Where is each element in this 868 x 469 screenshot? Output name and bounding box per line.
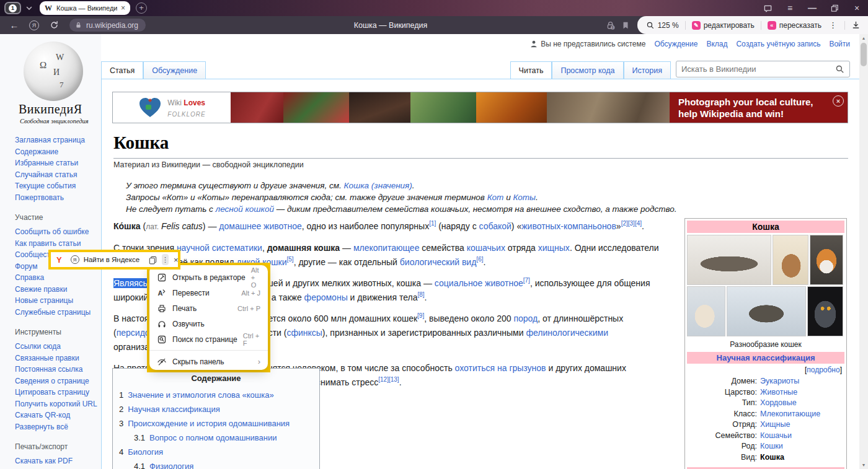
- more-actions-icon[interactable]: ⋮: [828, 20, 838, 30]
- sidebar-link[interactable]: Новые страницы: [15, 295, 97, 307]
- sidebar-link[interactable]: Версия для печати: [15, 467, 97, 469]
- sidebar-link[interactable]: Сообщить об ошибке: [15, 226, 97, 238]
- popup-more-button[interactable]: ⋮: [162, 254, 169, 265]
- tab-view-source[interactable]: Просмотр кода: [552, 61, 623, 79]
- inline-link[interactable]: социальное животное: [435, 278, 523, 288]
- inline-link[interactable]: фелинологическими: [526, 328, 608, 338]
- inline-link[interactable]: подробно: [807, 366, 839, 374]
- inline-link[interactable]: млекопитающее: [353, 243, 420, 253]
- wiki-loves-folklore-banner[interactable]: Wiki Loves FOLKLORE Photograph your loca…: [112, 92, 848, 123]
- new-tab-button[interactable]: +: [136, 2, 147, 14]
- inline-link[interactable]: Кошка (значения): [344, 181, 412, 190]
- restore-button[interactable]: [830, 3, 839, 13]
- tab-read[interactable]: Читать: [510, 61, 552, 79]
- cat-photo-gray[interactable]: [807, 286, 843, 336]
- taxon-link[interactable]: Кошачьи: [760, 431, 792, 442]
- reference-link[interactable]: [2][3][4]: [621, 220, 642, 227]
- close-button[interactable]: ×: [852, 3, 862, 13]
- tab-close-icon[interactable]: ×: [121, 4, 125, 12]
- sidebar-link[interactable]: Сведения о странице: [15, 375, 97, 387]
- dialogs-icon[interactable]: [763, 3, 773, 13]
- tab-history[interactable]: История: [624, 61, 671, 79]
- tab-discussion[interactable]: Обсуждение: [143, 61, 206, 79]
- scroll-down-icon[interactable]: ▼: [859, 461, 868, 469]
- cat-photo-orange-white[interactable]: [810, 235, 843, 285]
- bookmark-icon[interactable]: [620, 20, 631, 31]
- sidebar-link[interactable]: Свежие правки: [15, 284, 97, 296]
- inline-link[interactable]: Кот: [487, 193, 504, 202]
- browser-tab[interactable]: W Кошка — Википедия ×: [40, 1, 130, 15]
- toc-item[interactable]: 2Научная классификация: [119, 402, 313, 416]
- userlink-talk[interactable]: Обсуждение: [654, 40, 698, 48]
- back-icon[interactable]: ←: [9, 20, 20, 31]
- reference-link[interactable]: [1]: [429, 220, 436, 227]
- download-icon[interactable]: [851, 20, 861, 30]
- inline-link[interactable]: животных-компаньонов: [521, 221, 616, 231]
- menu-item-translate[interactable]: A Перевести Alt + J: [149, 285, 268, 300]
- sidebar-link[interactable]: Пожертвовать: [15, 192, 97, 204]
- reference-link[interactable]: [9]: [417, 312, 424, 319]
- retell-button[interactable]: « пересказать: [768, 21, 822, 30]
- userlink-contribs[interactable]: Вклад: [706, 40, 727, 48]
- reference-link[interactable]: [6]: [476, 256, 483, 263]
- userlink-create-account[interactable]: Создать учётную запись: [736, 40, 820, 48]
- copy-icon[interactable]: [148, 255, 157, 265]
- taxon-link[interactable]: Животные: [760, 387, 797, 398]
- reference-link[interactable]: [12][13]: [378, 376, 399, 383]
- cat-photo-snow-tabby[interactable]: [727, 286, 806, 336]
- menu-item-hide-panel[interactable]: Скрыть панель ›: [149, 354, 268, 369]
- inline-link[interactable]: хищных: [538, 243, 570, 253]
- wiki-search-input[interactable]: [681, 64, 835, 74]
- tab-counter-button[interactable]: 1: [4, 2, 21, 14]
- inline-link[interactable]: домашнее животное: [219, 221, 301, 231]
- inline-link[interactable]: собакой: [479, 221, 512, 231]
- sidebar-link[interactable]: Получить короткий URL: [15, 398, 97, 410]
- inline-link[interactable]: пород: [513, 313, 538, 323]
- sidebar-link[interactable]: Связанные правки: [15, 353, 97, 364]
- wikipedia-wordmark[interactable]: ВикипедиЯ: [19, 102, 97, 116]
- menu-item-voice[interactable]: Озвучить: [149, 316, 268, 331]
- toc-item[interactable]: 1Значение и этимология слова «кошка»: [119, 388, 313, 402]
- toc-item[interactable]: 3Происхождение и история одомашнивания: [119, 416, 313, 431]
- inline-link[interactable]: сфинксы: [286, 328, 322, 338]
- yandex-id-icon[interactable]: Я: [29, 20, 40, 31]
- sidebar-link[interactable]: Заглавная страница: [15, 134, 97, 146]
- url-box[interactable]: ru.wikipedia.org: [69, 19, 146, 32]
- reference-link[interactable]: [7]: [523, 277, 530, 284]
- reference-link[interactable]: [8]: [417, 291, 424, 298]
- sidebar-link[interactable]: Текущие события: [15, 180, 97, 192]
- banner-close-icon[interactable]: ×: [833, 95, 844, 107]
- sidebar-link[interactable]: Скачать как PDF: [15, 455, 97, 467]
- browser-menu-icon[interactable]: ≡: [785, 3, 795, 13]
- sidebar-link[interactable]: Справка: [15, 272, 97, 284]
- inline-link[interactable]: Коты: [513, 193, 536, 202]
- zoom-control[interactable]: 125 %: [646, 21, 679, 30]
- sidebar-link[interactable]: Служебные страницы: [15, 307, 97, 318]
- inline-link[interactable]: научной систематики: [177, 243, 262, 253]
- sidebar-link[interactable]: Постоянная ссылка: [15, 364, 97, 375]
- find-in-yandex-button[interactable]: Найти в Яндексе: [84, 256, 140, 263]
- sidebar-link[interactable]: Развернуть всё: [15, 421, 97, 433]
- taxon-link[interactable]: Хордовые: [760, 398, 797, 409]
- sidebar-link[interactable]: Как править статьи: [15, 238, 97, 250]
- sidebar-link[interactable]: Избранные статьи: [15, 157, 97, 169]
- taxon-link[interactable]: Млекопитающие: [760, 409, 820, 420]
- minimize-button[interactable]: —: [807, 3, 817, 13]
- taxobox-detail-link[interactable]: [подробно]: [687, 364, 844, 375]
- sidebar-link[interactable]: Скачать QR-код: [15, 410, 97, 421]
- sidebar-link[interactable]: Ссылки сюда: [15, 341, 97, 353]
- inline-link[interactable]: биологический вид: [400, 257, 477, 267]
- menu-item-find-on-page[interactable]: Поиск по странице Ctrl + F: [149, 331, 268, 347]
- sidebar-link[interactable]: Цитировать страницу: [15, 387, 97, 398]
- sidebar-link[interactable]: Случайная статья: [15, 169, 97, 181]
- inline-link[interactable]: феромоны: [304, 292, 348, 302]
- edit-button[interactable]: ✎ редактировать: [692, 21, 755, 30]
- toc-item[interactable]: 3.1Вопрос о полном одомашнивании: [134, 431, 313, 445]
- popup-close-icon[interactable]: ×: [174, 255, 179, 265]
- wikipedia-globe-logo[interactable]: Ω W И 7: [24, 42, 83, 101]
- cat-photo-abyssinian[interactable]: [773, 235, 808, 285]
- inline-link[interactable]: кошачьих: [467, 243, 505, 253]
- protect-icon[interactable]: 1: [605, 20, 616, 31]
- cat-photo-siamese[interactable]: [687, 286, 725, 336]
- menu-item-open-in-editor[interactable]: Открыть в редакторе Alt + O: [149, 270, 268, 285]
